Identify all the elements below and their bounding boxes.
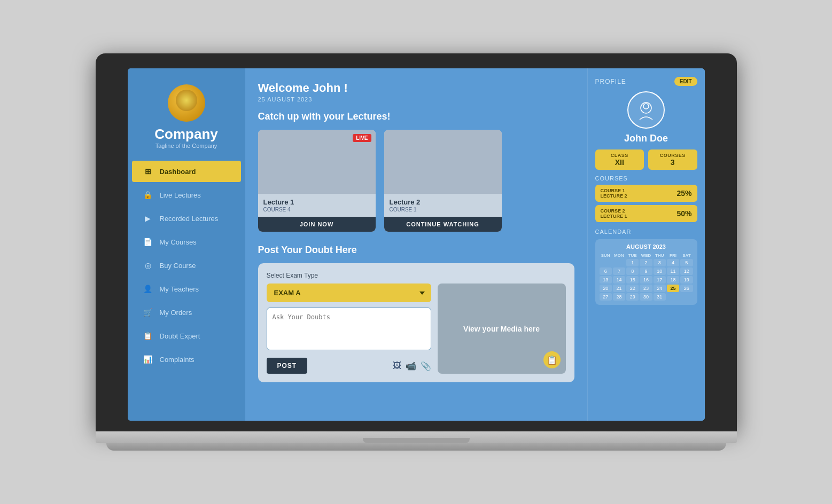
sidebar-item-my-teachers[interactable]: 👤 My Teachers [132,278,241,300]
cal-day[interactable]: 31 [654,293,666,301]
image-upload-button[interactable]: 🖼 [393,361,401,371]
welcome-title: Welcome John ! [258,81,574,95]
cal-day[interactable]: 7 [613,267,625,275]
sidebar-item-recorded-lectures[interactable]: ▶ Recorded Lectures [132,208,241,229]
course-2-name: COURSE 2 [601,208,627,214]
cal-day[interactable]: 18 [667,276,679,284]
cal-day[interactable]: 23 [640,285,652,292]
cal-day[interactable]: 16 [640,276,652,284]
cal-day[interactable]: 13 [600,276,612,284]
lecture-course-1: COURSE 4 [263,207,370,212]
cal-day[interactable]: 15 [626,276,639,284]
courses-stat-label: COURSES [654,153,692,158]
orders-icon: 🛒 [143,307,153,318]
sidebar-item-buy-course[interactable]: ◎ Buy Course [132,255,241,276]
calendar-grid: SUNMONTUEWEDTHUFRISAT1234567891011121314… [600,253,693,301]
sidebar-item-my-orders[interactable]: 🛒 My Orders [132,302,241,323]
course-2-pct: 50% [677,209,691,218]
lecture-name-2: Lecture 2 [390,198,496,206]
doubt-left: EXAM A POST 🖼 📹 📎 [267,284,431,374]
laptop-foot [106,443,726,451]
cal-day[interactable]: 19 [680,276,693,284]
cal-day[interactable]: 3 [654,259,666,266]
courses-section-label: COURSES [595,175,697,182]
cal-day[interactable]: 1 [626,259,639,266]
calendar-month: AUGUST 2023 [600,243,693,250]
cal-header-mon: MON [613,253,625,258]
sidebar-item-my-courses[interactable]: 📄 My Courses [132,231,241,253]
lecture-name-1: Lecture 1 [263,198,370,206]
doubt-box: Select Exam Type EXAM A POST 🖼 [258,263,574,382]
cal-day[interactable]: 14 [613,276,625,284]
cal-day[interactable]: 21 [613,285,625,292]
cal-day[interactable]: 8 [626,267,639,275]
cal-day[interactable]: 30 [640,293,652,301]
edit-button[interactable]: EDIT [674,77,697,86]
my-orders-label: My Orders [160,309,192,317]
dashboard-icon: ⊞ [143,166,153,177]
doubt-textarea[interactable] [267,308,431,350]
cal-day[interactable]: 12 [680,267,693,275]
cal-day [613,259,625,266]
cal-header-sun: SUN [600,253,612,258]
welcome-date: 25 AUGUST 2023 [258,96,574,103]
cal-day[interactable]: 9 [640,267,652,275]
cal-day[interactable]: 26 [680,285,693,292]
course-progress-2: COURSE 2 LECTURE 1 50% [595,205,697,222]
cal-day[interactable]: 22 [626,285,639,292]
svg-point-0 [641,103,651,113]
laptop-screen: Company Tagline of the Company ⊞ Dashboa… [128,68,705,421]
post-button[interactable]: POST [267,358,308,374]
cal-day[interactable]: 20 [600,285,612,292]
cal-day[interactable]: 28 [613,293,625,301]
sidebar: Company Tagline of the Company ⊞ Dashboa… [128,68,245,421]
laptop-frame: Company Tagline of the Company ⊞ Dashboa… [96,53,737,451]
profile-avatar: John Doe [595,91,697,144]
cal-day[interactable]: 2 [640,259,652,266]
file-upload-button[interactable]: 📎 [421,361,431,371]
class-stat-box: CLASS XII [595,149,644,170]
sidebar-item-complaints[interactable]: 📊 Complaints [132,349,241,370]
profile-header: PROFILE EDIT [595,77,697,86]
calendar-label: CALENDAR [595,229,697,235]
cal-day[interactable]: 4 [667,259,679,266]
profile-label: PROFILE [595,78,626,85]
dashboard-label: Dashboard [160,168,196,176]
live-lectures-label: Live Lectures [160,191,201,199]
live-badge: LIVE [353,134,371,142]
sidebar-item-dashboard[interactable]: ⊞ Dashboard [132,161,241,182]
company-logo [168,84,205,122]
lecture-thumb-1: LIVE [258,130,376,194]
course-1-name: COURSE 1 [601,188,627,193]
screen-bezel: Company Tagline of the Company ⊞ Dashboa… [96,53,737,431]
buy-course-label: Buy Course [160,262,196,270]
continue-watching-button[interactable]: CONTINUE WATCHING [384,217,502,232]
media-corner-icon[interactable]: 📋 [543,351,561,368]
cal-day[interactable]: 25 [667,285,679,292]
cal-day[interactable]: 6 [600,267,612,275]
cal-day[interactable]: 29 [626,293,639,301]
cal-day[interactable]: 11 [667,267,679,275]
courses-stat-box: COURSES 3 [648,149,697,170]
doubt-icon: 📋 [143,330,153,341]
cal-day[interactable]: 17 [654,276,666,284]
cal-day[interactable]: 24 [654,285,666,292]
lock-icon: 🔒 [143,190,153,200]
video-upload-button[interactable]: 📹 [406,361,416,371]
cal-day[interactable]: 5 [680,259,693,266]
courses-icon: 📄 [143,237,153,247]
sidebar-item-doubt-expert[interactable]: 📋 Doubt Expert [132,325,241,346]
avatar-circle [627,91,665,129]
cal-day[interactable]: 27 [600,293,612,301]
profile-stats: CLASS XII COURSES 3 [595,149,697,170]
cal-day[interactable]: 10 [654,267,666,275]
teachers-icon: 👤 [143,284,153,294]
svg-point-1 [643,104,649,109]
course-2-info: COURSE 2 LECTURE 1 [601,208,627,219]
join-now-button[interactable]: JOIN NOW [258,217,376,232]
complaints-label: Complaints [160,356,195,364]
lecture-card-2: Lecture 2 COURSE 1 CONTINUE WATCHING [384,130,502,232]
sidebar-item-live-lectures[interactable]: 🔒 Live Lectures [132,184,241,206]
media-preview-text: View your Media here [463,325,540,333]
exam-type-select[interactable]: EXAM A [267,284,431,302]
